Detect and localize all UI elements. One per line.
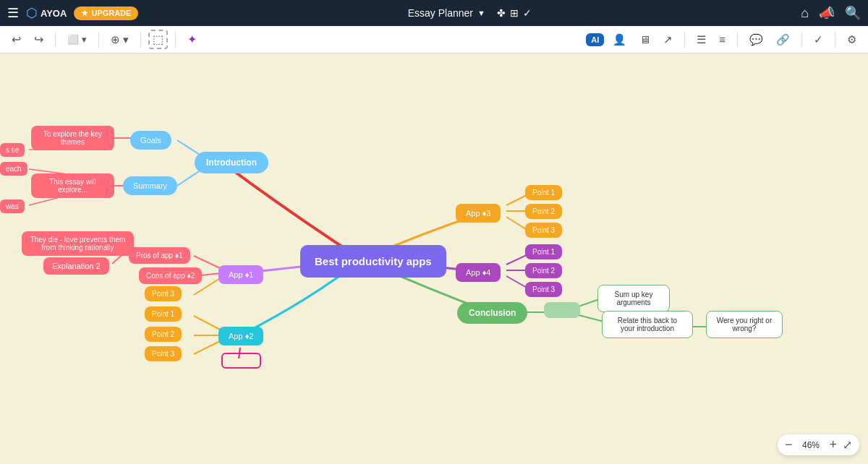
share-icon[interactable]: ✤ — [497, 7, 506, 19]
toolbar-separator-4 — [175, 32, 176, 48]
app-title: Essay Planner — [408, 7, 473, 19]
rt-sep-3 — [801, 32, 802, 48]
link-button[interactable]: 🔗 — [772, 30, 794, 49]
ai-button[interactable]: AI — [586, 33, 604, 46]
home-icon[interactable]: ⌂ — [801, 6, 809, 21]
check-icon[interactable]: ✓ — [523, 7, 532, 19]
select-button[interactable]: ⬚ — [148, 30, 168, 49]
layout-icon[interactable]: ⊞ — [510, 7, 519, 19]
logo-icon: ⬡ — [26, 5, 38, 21]
person-button[interactable]: 👤 — [608, 30, 631, 49]
menu-button[interactable]: ≡ — [715, 30, 730, 48]
right-toolbar: AI 👤 🖥 ↗ ☰ ≡ 💬 🔗 ✓ ⚙ — [579, 26, 868, 53]
undo-button[interactable]: ↩ — [7, 30, 25, 49]
redo-button[interactable]: ↪ — [30, 30, 48, 49]
toolbar-separator — [55, 32, 56, 48]
rt-sep-1 — [684, 32, 685, 48]
toolbar-separator-2 — [98, 32, 99, 48]
monitor-button[interactable]: 🖥 — [635, 30, 655, 48]
list-button[interactable]: ☰ — [692, 30, 710, 49]
check-button[interactable]: ✓ — [809, 30, 827, 49]
search-icon[interactable]: 🔍 — [845, 5, 861, 21]
rt-sep-4 — [835, 32, 835, 48]
topbar: ☰ ⬡ AYOA ★ UPGRADE Essay Planner ▼ ✤ ⊞ ✓… — [0, 0, 868, 26]
comment-button[interactable]: 💬 — [745, 30, 767, 49]
upgrade-button[interactable]: ★ UPGRADE — [74, 7, 138, 20]
top-right-icons: ⌂ 📣 🔍 — [801, 5, 861, 21]
logo: ⬡ AYOA — [26, 5, 67, 21]
star-icon: ★ — [81, 9, 88, 18]
logo-text: AYOA — [41, 8, 67, 19]
settings-button[interactable]: ⚙ — [843, 30, 861, 49]
hamburger-icon[interactable]: ☰ — [7, 5, 19, 21]
title-area: Essay Planner ▼ ✤ ⊞ ✓ — [145, 7, 793, 19]
export-button[interactable]: ↗ — [659, 30, 677, 49]
add-button[interactable]: ⊕ ▾ — [106, 30, 133, 49]
shape-button[interactable]: ⬜ ▾ — [63, 31, 91, 48]
rt-sep-2 — [737, 32, 738, 48]
toolbar: ↩ ↪ ⬜ ▾ ⊕ ▾ ⬚ ✦ AI 👤 🖥 ↗ ☰ ≡ 💬 🔗 ✓ ⚙ — [0, 26, 868, 53]
dropdown-arrow-icon[interactable]: ▼ — [477, 9, 485, 17]
toolbar-separator-3 — [140, 32, 141, 48]
magic-button[interactable]: ✦ — [183, 30, 201, 49]
megaphone-icon[interactable]: 📣 — [819, 5, 835, 21]
